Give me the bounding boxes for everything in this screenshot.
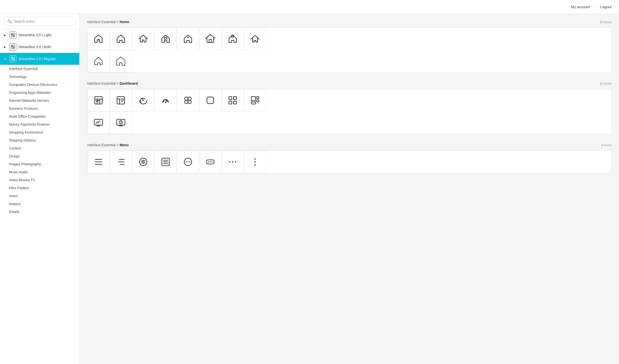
sidebar-item-streamline-light[interactable]: ▶ Streamline 3.0 | Light [0,29,79,41]
section-dashboard-title: Dashboard [120,81,138,85]
icon-dashboard-3[interactable] [132,89,154,111]
expand-icon-regular: ▼ [4,58,7,60]
svg-point-41 [232,161,233,163]
svg-point-40 [229,161,230,163]
icon-menu-5[interactable] [177,151,199,173]
sidebar-sub-images[interactable]: Images Photography [0,160,79,168]
svg-point-37 [208,161,209,162]
sidebar-sub-design[interactable]: Design [0,152,79,160]
sidebar-sub-business[interactable]: Business Products [0,105,79,112]
sidebar-sub-computers[interactable]: Computers Devices Electronics [0,81,79,89]
sidebar-item-streamline-bold[interactable]: ▶ Streamline 3.0 | Bold [0,41,79,53]
search-box: 🔍 [4,17,75,26]
section-home-breadcrumb: Interface Essential > Home [87,20,129,24]
icon-menu-4[interactable] [154,151,177,173]
icon-menu-3[interactable] [132,151,154,173]
sidebar-sub-users[interactable]: Users [0,192,79,200]
sidebar-sub-video[interactable]: Video Movies TV [0,176,79,184]
expand-icon: ▶ [4,34,7,36]
logout-link[interactable]: Logout [600,5,612,9]
icon-home-7[interactable] [221,28,244,50]
sidebar-sub-money[interactable]: Money Payments Finance [0,120,79,128]
my-account-link[interactable]: My account [571,5,590,9]
svg-point-12 [143,100,144,101]
svg-point-33 [186,161,187,162]
svg-rect-21 [229,101,232,104]
icon-home-9[interactable] [87,50,110,72]
icon-home-6[interactable] [199,28,221,50]
icon-home-1[interactable] [87,28,110,50]
icon-dashboard-1[interactable] [87,89,110,111]
icon-home-10[interactable] [110,50,132,72]
icon-dashboard-9[interactable] [87,111,110,134]
sidebar-sub-shipping[interactable]: Shipping Delivery [0,136,79,144]
svg-point-43 [255,158,256,160]
icon-home-2[interactable] [110,28,132,50]
header-nav: My account Logout [571,4,612,9]
icon-home-5[interactable] [177,28,199,50]
section-home: Interface Essential > Home 10 icons [87,20,612,73]
svg-point-35 [189,161,190,162]
section-dashboard-count: 10 icons [600,82,612,85]
pack-icon-light [9,32,16,38]
sidebar-sub-internet[interactable]: Internet Networks Servers [0,97,79,105]
icon-dashboard-2[interactable] [110,89,132,111]
icon-menu-2[interactable] [110,151,132,173]
icon-home-4[interactable] [154,28,177,50]
svg-point-45 [255,164,256,165]
sidebar-sub-technology[interactable]: Technology [0,73,79,81]
svg-point-17 [188,100,191,104]
section-menu-header: Interface Essential > Menu 9 icons [87,143,612,147]
content-area: Interface Essential > Home 10 icons [80,14,619,364]
section-menu-breadcrumb: Interface Essential > Menu [87,143,129,147]
sidebar-sub-content[interactable]: Content [0,144,79,152]
search-input[interactable] [14,19,72,23]
search-container: 🔍 [0,14,79,29]
sidebar-sub-shopping[interactable]: Shopping Ecommerce [0,128,79,136]
svg-point-38 [210,161,211,162]
icon-home-8[interactable] [244,28,266,50]
section-dashboard-breadcrumb: Interface Essential > Dashboard [87,81,138,85]
icon-home-3[interactable] [132,28,154,50]
sidebar-sub-programming[interactable]: Programing Apps Websites [0,89,79,97]
svg-point-44 [255,161,256,163]
expand-icon-bold: ▶ [4,46,7,48]
icon-dashboard-5[interactable] [177,89,199,111]
icon-dashboard-6[interactable] [199,89,221,111]
section-home-count: 10 icons [600,20,612,24]
svg-rect-23 [251,97,256,101]
svg-point-14 [185,97,188,100]
sidebar-sub-avatars[interactable]: Avatars [0,200,79,208]
main-layout: 🔍 ▶ Streamline 3.0 | Light ▶ [0,14,619,364]
icon-menu-8[interactable] [244,151,266,173]
icon-dashboard-4[interactable] [154,89,177,111]
icon-menu-1[interactable] [87,151,110,173]
svg-rect-8 [13,59,14,60]
svg-point-16 [185,100,188,104]
header: My account Logout [0,0,619,14]
section-home-title: Home [120,20,129,24]
sidebar-item-streamline-regular[interactable]: ▼ Streamline 3.0 | Regular [0,53,79,65]
pack-icon-bold [9,43,16,50]
svg-rect-20 [233,97,236,100]
section-home-header: Interface Essential > Home 10 icons [87,20,612,24]
svg-point-15 [188,97,191,100]
sidebar-sub-emails[interactable]: Emails [0,208,79,216]
icon-menu-7[interactable] [221,151,244,173]
sidebar: 🔍 ▶ Streamline 3.0 | Light ▶ [0,14,80,364]
icon-dashboard-8[interactable] [244,89,266,111]
sidebar-sub-music[interactable]: Music Audio [0,168,79,176]
sidebar-sub-work[interactable]: Work Office Companies [0,112,79,120]
search-icon: 🔍 [7,19,12,24]
icon-dashboard-10[interactable] [110,111,132,134]
icon-dashboard-7[interactable] [221,89,244,111]
svg-rect-2 [13,35,14,36]
svg-point-39 [212,161,213,162]
svg-rect-19 [229,97,232,100]
sidebar-sub-files[interactable]: Files Folders [0,184,79,192]
header-divider [595,4,595,9]
sidebar-item-label-light: Streamline 3.0 | Light [18,33,51,37]
icon-menu-6[interactable] [199,151,221,173]
svg-point-42 [235,161,236,163]
sidebar-sub-interface-essential[interactable]: Interface Essential [0,65,79,73]
